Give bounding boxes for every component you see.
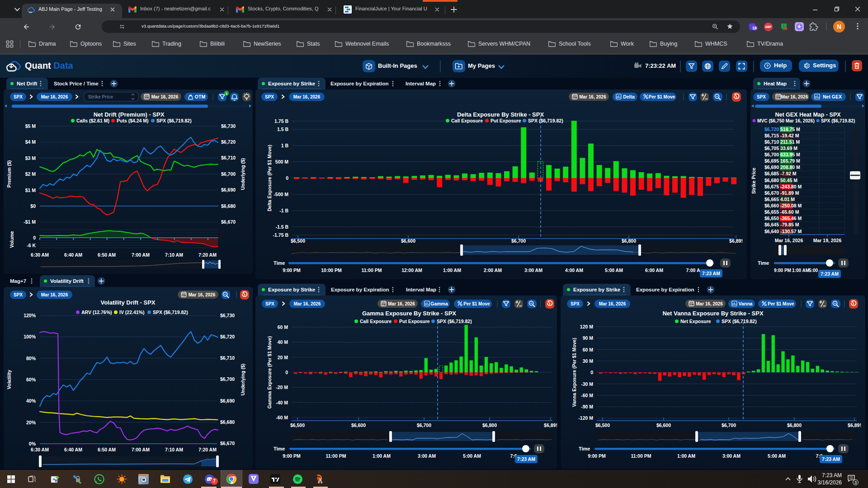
svg-text:Mar 16, 2026: Mar 16, 2026 [775, 238, 803, 243]
svg-text:Exposure by Strike: Exposure by Strike [573, 287, 620, 292]
svg-text:1:00 AM: 1:00 AM [373, 453, 391, 459]
svg-text:60%: 60% [26, 377, 36, 382]
svg-text:$6,705: $6,705 [764, 145, 779, 151]
svg-text:$6,500: $6,500 [290, 422, 305, 428]
svg-text:3:00 AM: 3:00 AM [524, 267, 542, 273]
svg-text:Strike Price: Strike Price [751, 168, 756, 194]
svg-text:-60 M: -60 M [581, 393, 593, 398]
svg-text:Puts ($4.24 M): Puts ($4.24 M) [117, 118, 149, 123]
svg-text:7:00 AM: 7:00 AM [132, 447, 150, 452]
svg-text:Interval Map: Interval Map [406, 81, 436, 86]
svg-text:Mar 19, 2026: Mar 19, 2026 [813, 238, 842, 243]
svg-text:Time: Time [274, 260, 285, 266]
svg-text:$6,700: $6,700 [722, 422, 736, 428]
svg-text:80%: 80% [26, 356, 36, 361]
svg-text:5:00 AM: 5:00 AM [463, 453, 481, 459]
svg-text:9:00 PM: 9:00 PM [283, 267, 301, 273]
svg-text:$6,800: $6,800 [787, 422, 802, 428]
svg-text:Interval Map: Interval Map [406, 287, 436, 292]
svg-text:Net GEX Heat Map - SPX: Net GEX Heat Map - SPX [775, 112, 841, 118]
svg-text:1:00 AM: 1:00 AM [792, 268, 809, 273]
svg-text:6:00 AM: 6:00 AM [645, 267, 663, 273]
svg-text:Time: Time [579, 446, 590, 451]
svg-text:6:50 AM: 6:50 AM [98, 252, 116, 258]
svg-text:$6,800: $6,800 [482, 422, 497, 428]
svg-text:1.5 B: 1.5 B [277, 127, 289, 132]
svg-text:633.95 M: 633.95 M [780, 152, 800, 157]
svg-text:-243.80 M: -243.80 M [780, 184, 802, 189]
svg-text:Mar 16, 2026: Mar 16, 2026 [41, 292, 68, 297]
svg-text:$6,730: $6,730 [221, 123, 236, 129]
svg-text:4:00 AM: 4:00 AM [565, 267, 583, 273]
svg-text:Call Exposure: Call Exposure [360, 319, 392, 324]
svg-text:$6,680: $6,680 [220, 419, 235, 425]
svg-text:7:00 AM: 7:00 AM [132, 252, 150, 258]
svg-text:SPX ($6,719.82): SPX ($6,719.82) [156, 118, 192, 123]
svg-text:$6,680: $6,680 [764, 178, 779, 183]
svg-text:Mar 16, 2026: Mar 16, 2026 [579, 94, 606, 99]
svg-text:$6,600: $6,600 [656, 422, 671, 428]
svg-text:-1.75 B: -1.75 B [273, 232, 289, 238]
svg-text:-60 M: -60 M [276, 415, 288, 420]
svg-text:B: B [55, 479, 57, 483]
svg-text:Vanna: Vanna [739, 301, 753, 306]
svg-text:$3 M: $3 M [25, 155, 36, 161]
svg-text:6:40 AM: 6:40 AM [64, 252, 82, 258]
svg-text:$5 M: $5 M [25, 123, 36, 129]
svg-text:$6,670: $6,670 [221, 219, 236, 225]
svg-text:Stock Price / Time: Stock Price / Time [54, 81, 99, 86]
svg-text:211.51 M: 211.51 M [780, 139, 800, 145]
svg-text:40 M: 40 M [278, 339, 288, 345]
svg-text:$0: $0 [30, 203, 36, 209]
svg-text:7:23 AM: 7:23 AM [822, 456, 840, 462]
svg-text:-365.46 M: -365.46 M [780, 216, 802, 221]
svg-text:12:00 AM: 12:00 AM [401, 267, 422, 273]
svg-text:Mar 16, 2026: Mar 16, 2026 [293, 94, 321, 99]
svg-text:518.75 M: 518.75 M [780, 127, 800, 132]
svg-text:9:00 PM: 9:00 PM [283, 453, 301, 459]
svg-text:1:00 AM: 1:00 AM [443, 267, 461, 273]
svg-text:$6,660: $6,660 [764, 203, 779, 208]
svg-text:$6,700: $6,700 [417, 422, 431, 428]
svg-text:10:00 PM: 10:00 PM [321, 267, 342, 273]
svg-text:$6,650: $6,650 [764, 216, 779, 221]
svg-text:7:23 AM: 7:23 AM [821, 271, 839, 277]
svg-text:-90 M: -90 M [581, 404, 593, 409]
svg-text:90 M: 90 M [583, 335, 594, 341]
svg-text:Mar 16, 2026: Mar 16, 2026 [189, 292, 216, 297]
svg-text:Heat Map: Heat Map [764, 81, 787, 86]
svg-text:Net Drift: Net Drift [17, 81, 38, 86]
svg-text:$6,715: $6,715 [764, 133, 779, 138]
svg-text:33.69 M: 33.69 M [780, 145, 797, 151]
svg-text:Net GEX: Net GEX [823, 94, 842, 99]
svg-text:20%: 20% [26, 420, 36, 425]
svg-text:Mar 16, 2026: Mar 16, 2026 [41, 94, 68, 99]
svg-text:ARV (12.76%): ARV (12.76%) [81, 310, 112, 315]
svg-text:$6,690: $6,690 [221, 187, 236, 192]
svg-text:SPX: SPX [265, 94, 274, 99]
svg-text:$6,600: $6,600 [401, 238, 415, 244]
svg-text:-30 M: -30 M [581, 381, 593, 387]
svg-text:Exposure by Strike: Exposure by Strike [268, 287, 315, 292]
svg-text:-20 M: -20 M [276, 385, 288, 390]
svg-text:OTM: OTM [195, 94, 206, 99]
svg-text:11:00 PM: 11:00 PM [362, 267, 382, 273]
svg-text:Time: Time [758, 260, 769, 266]
svg-text:-120 M: -120 M [578, 415, 593, 421]
svg-text:Exposure by Strike: Exposure by Strike [268, 81, 315, 86]
svg-text:3:00 AM: 3:00 AM [722, 453, 741, 459]
svg-text:-6 K: -6 K [27, 243, 36, 248]
svg-text:$6,700: $6,700 [764, 152, 779, 157]
svg-text:60 M: 60 M [278, 324, 288, 330]
svg-text:4.01 M: 4.01 M [780, 197, 795, 202]
svg-text:0: 0 [590, 370, 593, 375]
svg-text:Calls ($2.61 M): Calls ($2.61 M) [76, 118, 109, 123]
svg-text:-250.08 M: -250.08 M [780, 203, 802, 208]
svg-text:$6,655: $6,655 [764, 209, 779, 215]
svg-text:0%: 0% [29, 441, 36, 446]
svg-text:5:00 AM: 5:00 AM [768, 453, 786, 459]
svg-text:7:20 AM: 7:20 AM [198, 447, 217, 452]
svg-text:120 M: 120 M [580, 324, 593, 329]
svg-text:$6,695: $6,695 [764, 158, 779, 164]
svg-text:Delta: Delta [623, 94, 635, 99]
